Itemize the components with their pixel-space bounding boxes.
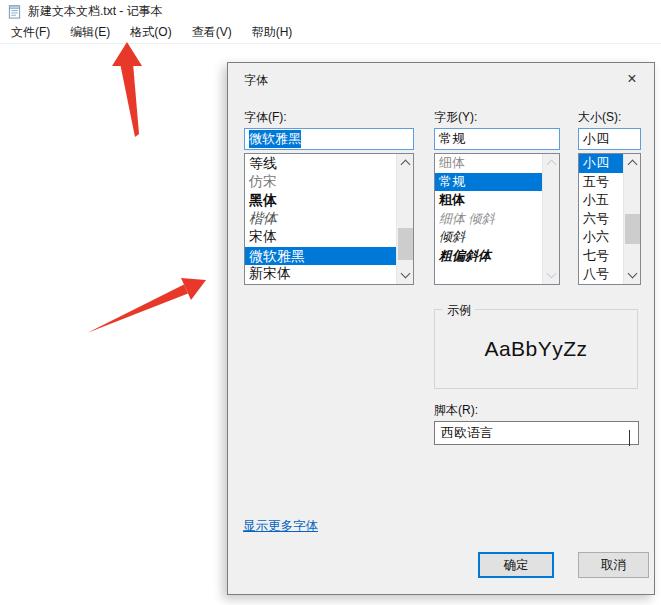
scroll-up-icon bbox=[628, 160, 638, 170]
style-list-item[interactable]: 倾斜 bbox=[435, 228, 542, 247]
close-icon: × bbox=[627, 70, 636, 88]
sample-groupbox: 示例 AaBbYyZz bbox=[434, 309, 638, 389]
sample-text: AaBbYyZz bbox=[435, 310, 637, 388]
menu-item[interactable]: 查看(V) bbox=[184, 21, 240, 44]
font-list-item[interactable]: 微软雅黑 bbox=[245, 247, 396, 266]
scroll-down-icon bbox=[547, 269, 557, 279]
style-list-item[interactable]: 细体 bbox=[435, 154, 542, 173]
style-list-item[interactable]: 粗偏斜体 bbox=[435, 247, 542, 266]
font-list-item[interactable]: 黑体 bbox=[245, 191, 396, 210]
menu-item[interactable]: 文件(F) bbox=[3, 21, 58, 44]
style-label: 字形(Y): bbox=[434, 109, 477, 126]
menu-item[interactable]: 编辑(E) bbox=[62, 21, 118, 44]
font-name-value: 微软雅黑 bbox=[249, 130, 301, 148]
font-dialog: 字体 × 字体(F): 字形(Y): 大小(S): 微软雅黑 常规 小四 等线仿… bbox=[227, 62, 655, 595]
script-value: 西欧语言 bbox=[441, 424, 493, 442]
font-list-scrollbar[interactable] bbox=[396, 154, 413, 284]
scroll-up-button[interactable] bbox=[397, 154, 414, 171]
size-list-item[interactable]: 小六 bbox=[579, 228, 623, 247]
style-list-item[interactable]: 粗体 bbox=[435, 191, 542, 210]
font-label: 字体(F): bbox=[244, 109, 287, 126]
font-name-input[interactable]: 微软雅黑 bbox=[244, 128, 414, 150]
scroll-up-button[interactable] bbox=[543, 154, 560, 171]
size-label: 大小(S): bbox=[578, 109, 621, 126]
red-arrow-font-list bbox=[87, 278, 206, 333]
script-dropdown[interactable]: 西欧语言 bbox=[434, 421, 639, 445]
size-list-scrollbar[interactable] bbox=[623, 154, 640, 284]
scroll-thumb[interactable] bbox=[398, 228, 413, 260]
font-style-input[interactable]: 常规 bbox=[434, 128, 560, 150]
show-more-fonts-link[interactable]: 显示更多字体 bbox=[243, 518, 318, 535]
font-list-item[interactable]: 新宋体 bbox=[245, 265, 396, 284]
font-list-item[interactable]: 仿宋 bbox=[245, 173, 396, 192]
font-listbox: 等线仿宋黑体楷体宋体微软雅黑新宋体 bbox=[244, 153, 414, 285]
window-title: 新建文本文档.txt - 记事本 bbox=[28, 3, 163, 20]
style-list-item[interactable]: 细体 倾斜 bbox=[435, 210, 542, 229]
chevron-down-icon bbox=[629, 430, 630, 445]
close-button[interactable]: × bbox=[616, 67, 648, 91]
scroll-up-icon bbox=[547, 160, 557, 170]
size-list-item[interactable]: 八号 bbox=[579, 265, 623, 284]
scroll-down-icon bbox=[401, 269, 411, 279]
font-style-value: 常规 bbox=[439, 130, 465, 148]
size-listbox: 小四五号小五六号小六七号八号 bbox=[578, 153, 641, 285]
font-size-input[interactable]: 小四 bbox=[578, 128, 641, 150]
menu-bar: 文件(F)编辑(E)格式(O)查看(V)帮助(H) bbox=[0, 22, 661, 44]
script-label: 脚本(R): bbox=[434, 402, 478, 419]
scroll-down-button[interactable] bbox=[543, 267, 560, 284]
font-size-value: 小四 bbox=[583, 130, 609, 148]
window-titlebar: 新建文本文档.txt - 记事本 bbox=[0, 0, 661, 22]
scroll-thumb[interactable] bbox=[625, 214, 640, 244]
scroll-up-icon bbox=[401, 160, 411, 170]
notepad-icon bbox=[7, 4, 22, 19]
red-arrow-format-menu bbox=[112, 42, 142, 137]
style-list-scrollbar[interactable] bbox=[542, 154, 559, 284]
scroll-down-icon bbox=[628, 269, 638, 279]
scroll-up-button[interactable] bbox=[624, 154, 641, 171]
size-list-item[interactable]: 六号 bbox=[579, 210, 623, 229]
size-list-item[interactable]: 小五 bbox=[579, 191, 623, 210]
size-list-item[interactable]: 小四 bbox=[579, 154, 623, 173]
cancel-button[interactable]: 取消 bbox=[578, 552, 649, 578]
size-list-item[interactable]: 五号 bbox=[579, 173, 623, 192]
scroll-down-button[interactable] bbox=[397, 267, 414, 284]
font-list-item[interactable]: 宋体 bbox=[245, 228, 396, 247]
dialog-title: 字体 bbox=[244, 72, 268, 89]
style-listbox: 细体常规粗体细体 倾斜倾斜粗偏斜体 bbox=[434, 153, 560, 285]
style-list-item[interactable]: 常规 bbox=[435, 173, 542, 192]
font-list-item[interactable]: 楷体 bbox=[245, 210, 396, 229]
size-list-item[interactable]: 七号 bbox=[579, 247, 623, 266]
scroll-down-button[interactable] bbox=[624, 267, 641, 284]
menu-item[interactable]: 帮助(H) bbox=[244, 21, 301, 44]
font-list-item[interactable]: 等线 bbox=[245, 154, 396, 173]
ok-button[interactable]: 确定 bbox=[478, 552, 554, 578]
menu-item[interactable]: 格式(O) bbox=[122, 21, 179, 44]
